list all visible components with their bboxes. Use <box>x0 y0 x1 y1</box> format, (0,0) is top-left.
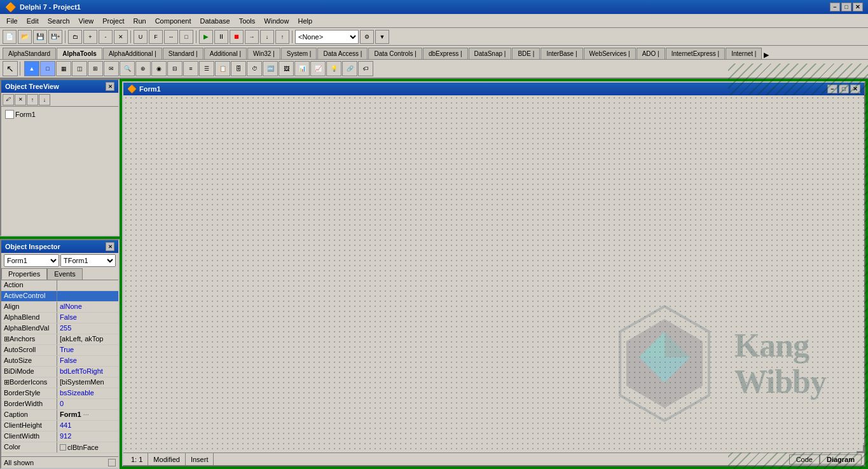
tab-properties[interactable]: Properties <box>1 268 47 280</box>
pointer-tool[interactable]: ↖ <box>3 61 18 76</box>
prop-anchors[interactable]: ⊞Anchors [akLeft, akTop <box>1 334 118 345</box>
view-unit-button[interactable]: U <box>134 30 148 44</box>
inspector-class-select[interactable]: TForm1 <box>60 254 116 267</box>
prop-alphablendval[interactable]: AlphaBlendVal 255 <box>1 323 118 334</box>
menu-view[interactable]: View <box>75 16 98 26</box>
step-into-button[interactable]: ↓ <box>260 30 274 44</box>
comp-16[interactable]: 🔤 <box>263 61 278 76</box>
resize-handle[interactable] <box>857 445 864 452</box>
comp-2[interactable]: □ <box>40 61 55 76</box>
new-button[interactable]: 📄 <box>3 30 17 44</box>
minimize-button[interactable]: − <box>830 3 840 11</box>
tab-alphatools[interactable]: AlphaTools <box>57 48 102 59</box>
prop-bidimode[interactable]: BiDiMode bdLeftToRight <box>1 367 118 377</box>
prop-autoscroll[interactable]: AutoScroll True <box>1 345 118 356</box>
inspector-object-select[interactable]: Form1 <box>4 254 59 267</box>
menu-project[interactable]: Project <box>99 16 128 26</box>
tab-diagram[interactable]: Diagram <box>820 454 862 465</box>
close-button[interactable]: ✕ <box>853 3 863 11</box>
tab-alphaadditional[interactable]: AlphaAdditional | <box>103 48 162 59</box>
comp-5[interactable]: ⊞ <box>88 61 103 76</box>
tab-dbexpress[interactable]: dbExpress | <box>423 48 468 59</box>
menu-file[interactable]: File <box>3 16 22 26</box>
tv-btn-1[interactable]: 🖊 <box>3 94 14 105</box>
comp-22[interactable]: 🏷 <box>358 61 373 76</box>
menu-tools[interactable]: Tools <box>235 16 259 26</box>
form-restore[interactable]: □ <box>839 85 849 93</box>
palette-scroll[interactable]: ▶ <box>764 51 769 59</box>
prop-autosize[interactable]: AutoSize False <box>1 356 118 367</box>
menu-database[interactable]: Database <box>196 16 234 26</box>
comp-10[interactable]: ⊟ <box>167 61 183 76</box>
tab-system[interactable]: System | <box>281 48 317 59</box>
comp-1[interactable]: ▲ <box>24 61 39 76</box>
inspector-close[interactable]: ✕ <box>106 242 114 251</box>
comp-12[interactable]: ☰ <box>199 61 214 76</box>
prop-borderstyle[interactable]: BorderStyle bsSizeable <box>1 388 118 399</box>
prop-borderwidth[interactable]: BorderWidth 0 <box>1 399 118 410</box>
save-button[interactable]: 💾 <box>33 30 47 44</box>
tab-ado[interactable]: ADO | <box>637 48 665 59</box>
menu-run[interactable]: Run <box>129 16 149 26</box>
tab-bde[interactable]: BDE | <box>512 48 540 59</box>
env2-button[interactable]: ▼ <box>375 30 389 44</box>
tab-webservices[interactable]: WebServices | <box>584 48 636 59</box>
remove-file-button[interactable]: - <box>99 30 113 44</box>
comp-15[interactable]: ⏱ <box>247 61 262 76</box>
tv-btn-down[interactable]: ↓ <box>39 94 50 105</box>
open-proj-button[interactable]: 🗀 <box>68 30 82 44</box>
menu-help[interactable]: Help <box>294 16 316 26</box>
comp-11[interactable]: ≡ <box>183 61 198 76</box>
tv-btn-up[interactable]: ↑ <box>27 94 38 105</box>
tab-dataaccess[interactable]: Data Access | <box>317 48 368 59</box>
comp-3[interactable]: ▦ <box>56 61 71 76</box>
tab-additional[interactable]: Additional | <box>204 48 247 59</box>
form-minimize[interactable]: − <box>827 85 837 93</box>
prop-caption[interactable]: Caption Form1 ··· <box>1 410 118 421</box>
comp-19[interactable]: 📈 <box>310 61 326 76</box>
comp-4[interactable]: ◫ <box>72 61 87 76</box>
tab-code[interactable]: Code <box>789 454 820 465</box>
step-out-button[interactable]: ↑ <box>275 30 289 44</box>
run-dropdown[interactable]: <None> <box>295 30 359 44</box>
prop-activecontrol[interactable]: ActiveControl <box>1 291 118 302</box>
treeview-close[interactable]: ✕ <box>106 82 114 91</box>
comp-14[interactable]: 🗄 <box>231 61 246 76</box>
prop-alphablend[interactable]: AlphaBlend False <box>1 313 118 323</box>
run-button[interactable]: ▶ <box>199 30 213 44</box>
save-all-button[interactable]: 💾+ <box>48 30 62 44</box>
prop-color[interactable]: Color clBtnFace <box>1 442 118 453</box>
prop-clientheight[interactable]: ClientHeight 441 <box>1 421 118 432</box>
tab-datacontrols[interactable]: Data Controls | <box>368 48 422 59</box>
env-button[interactable]: ⚙ <box>360 30 374 44</box>
comp-9[interactable]: ◉ <box>151 61 167 76</box>
comp-21[interactable]: 🔗 <box>342 61 357 76</box>
open-button[interactable]: 📂 <box>18 30 32 44</box>
comp-18[interactable]: 📊 <box>294 61 310 76</box>
tv-btn-2[interactable]: ✕ <box>15 94 26 105</box>
tab-events[interactable]: Events <box>47 268 83 280</box>
prop-bordericons[interactable]: ⊞BorderIcons [biSystemMen <box>1 377 118 388</box>
menu-component[interactable]: Component <box>151 16 195 26</box>
tab-interbase[interactable]: InterBase | <box>541 48 582 59</box>
comp-20[interactable]: 💡 <box>326 61 341 76</box>
tab-internet[interactable]: Internet | <box>726 48 762 59</box>
form-design-canvas[interactable]: Kang Wibby <box>123 95 864 452</box>
prop-clientwidth[interactable]: ClientWidth 912 <box>1 432 118 442</box>
close-all-button[interactable]: ✕ <box>114 30 128 44</box>
step-over-button[interactable]: → <box>245 30 259 44</box>
menu-edit[interactable]: Edit <box>23 16 43 26</box>
comp-6[interactable]: ✉ <box>104 61 119 76</box>
comp-8[interactable]: ⊕ <box>135 61 151 76</box>
tab-internetexpress[interactable]: InternetExpress | <box>666 48 725 59</box>
tab-datasnap[interactable]: DataSnap | <box>469 48 512 59</box>
comp-17[interactable]: 🖼 <box>279 61 294 76</box>
prop-action[interactable]: Action <box>1 280 118 291</box>
add-file-button[interactable]: + <box>83 30 97 44</box>
comp-7[interactable]: 🔍 <box>120 61 135 76</box>
tab-standard[interactable]: Standard | <box>163 48 203 59</box>
maximize-button[interactable]: □ <box>841 3 851 11</box>
menu-search[interactable]: Search <box>44 16 74 26</box>
comp-13[interactable]: 📋 <box>215 61 230 76</box>
pause-button[interactable]: ⏸ <box>214 30 228 44</box>
